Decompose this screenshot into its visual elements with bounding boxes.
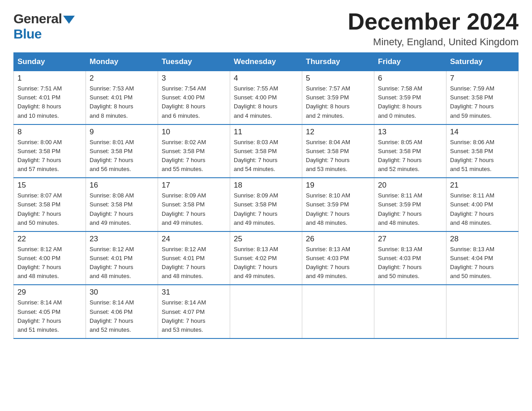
day-info: Sunrise: 8:03 AMSunset: 3:58 PMDaylight:… [234,138,298,174]
day-info: Sunrise: 8:12 AMSunset: 4:00 PMDaylight:… [17,245,82,281]
calendar-header-thursday: Thursday [302,53,374,71]
calendar-cell: 31 Sunrise: 8:14 AMSunset: 4:07 PMDaylig… [158,285,230,338]
calendar-week-row: 22 Sunrise: 8:12 AMSunset: 4:00 PMDaylig… [14,231,519,285]
calendar-cell: 25 Sunrise: 8:13 AMSunset: 4:02 PMDaylig… [230,231,302,285]
day-info: Sunrise: 8:10 AMSunset: 3:59 PMDaylight:… [306,191,370,227]
location-subtitle: Minety, England, United Kingdom [348,36,519,48]
calendar-cell: 14 Sunrise: 8:06 AMSunset: 3:58 PMDaylig… [446,124,519,178]
day-number: 27 [378,235,442,244]
logo-triangle-icon [63,16,75,24]
day-number: 2 [90,74,154,83]
day-info: Sunrise: 7:59 AMSunset: 3:58 PMDaylight:… [450,84,515,120]
calendar-cell: 11 Sunrise: 8:03 AMSunset: 3:58 PMDaylig… [230,124,302,178]
calendar-table: SundayMondayTuesdayWednesdayThursdayFrid… [13,52,519,339]
calendar-cell: 19 Sunrise: 8:10 AMSunset: 3:59 PMDaylig… [302,178,374,231]
day-number: 5 [306,74,370,83]
day-number: 3 [162,74,226,83]
day-info: Sunrise: 8:14 AMSunset: 4:07 PMDaylight:… [162,298,226,334]
day-number: 19 [306,181,370,190]
day-info: Sunrise: 8:13 AMSunset: 4:02 PMDaylight:… [234,245,298,281]
day-number: 17 [162,181,226,190]
calendar-cell: 24 Sunrise: 8:12 AMSunset: 4:01 PMDaylig… [158,231,230,285]
day-info: Sunrise: 7:57 AMSunset: 3:59 PMDaylight:… [306,84,370,120]
day-info: Sunrise: 8:13 AMSunset: 4:03 PMDaylight:… [306,245,370,281]
day-number: 24 [162,235,226,244]
logo-general: General [13,11,62,26]
day-number: 23 [90,235,154,244]
calendar-header-tuesday: Tuesday [158,53,230,71]
calendar-cell: 28 Sunrise: 8:13 AMSunset: 4:04 PMDaylig… [446,231,519,285]
day-number: 14 [450,128,515,137]
day-info: Sunrise: 8:12 AMSunset: 4:01 PMDaylight:… [90,245,154,281]
day-info: Sunrise: 8:02 AMSunset: 3:58 PMDaylight:… [162,138,226,174]
day-number: 4 [234,74,298,83]
calendar-cell: 10 Sunrise: 8:02 AMSunset: 3:58 PMDaylig… [158,124,230,178]
day-number: 10 [162,128,226,137]
day-number: 28 [450,235,515,244]
day-info: Sunrise: 8:09 AMSunset: 3:58 PMDaylight:… [162,191,226,227]
day-info: Sunrise: 7:54 AMSunset: 4:00 PMDaylight:… [162,84,226,120]
calendar-week-row: 8 Sunrise: 8:00 AMSunset: 3:58 PMDayligh… [14,124,519,178]
day-info: Sunrise: 8:01 AMSunset: 3:58 PMDaylight:… [90,138,154,174]
logo-blue: Blue [13,26,42,41]
day-info: Sunrise: 8:07 AMSunset: 3:58 PMDaylight:… [17,191,82,227]
day-number: 12 [306,128,370,137]
calendar-cell: 22 Sunrise: 8:12 AMSunset: 4:00 PMDaylig… [14,231,86,285]
day-info: Sunrise: 8:05 AMSunset: 3:58 PMDaylight:… [378,138,442,174]
day-info: Sunrise: 8:06 AMSunset: 3:58 PMDaylight:… [450,138,515,174]
calendar-header-row: SundayMondayTuesdayWednesdayThursdayFrid… [14,53,519,71]
calendar-cell: 23 Sunrise: 8:12 AMSunset: 4:01 PMDaylig… [86,231,158,285]
calendar-header-saturday: Saturday [446,53,519,71]
day-number: 15 [17,181,82,190]
day-number: 16 [90,181,154,190]
calendar-cell: 27 Sunrise: 8:13 AMSunset: 4:03 PMDaylig… [374,231,446,285]
calendar-cell [374,285,446,338]
day-number: 1 [17,74,82,83]
title-area: December 2024 Minety, England, United Ki… [348,9,519,48]
day-number: 31 [162,288,226,297]
day-info: Sunrise: 8:11 AMSunset: 4:00 PMDaylight:… [450,191,515,227]
calendar-week-row: 1 Sunrise: 7:51 AMSunset: 4:01 PMDayligh… [14,71,519,124]
day-number: 26 [306,235,370,244]
calendar-header-monday: Monday [86,53,158,71]
day-number: 22 [17,235,82,244]
calendar-cell [230,285,302,338]
calendar-cell: 3 Sunrise: 7:54 AMSunset: 4:00 PMDayligh… [158,71,230,124]
calendar-header-friday: Friday [374,53,446,71]
calendar-header-wednesday: Wednesday [230,53,302,71]
calendar-cell: 18 Sunrise: 8:09 AMSunset: 3:58 PMDaylig… [230,178,302,231]
calendar-cell: 30 Sunrise: 8:14 AMSunset: 4:06 PMDaylig… [86,285,158,338]
calendar-cell: 29 Sunrise: 8:14 AMSunset: 4:05 PMDaylig… [14,285,86,338]
logo: General Blue [13,9,75,42]
calendar-cell: 4 Sunrise: 7:55 AMSunset: 4:00 PMDayligh… [230,71,302,124]
day-info: Sunrise: 8:04 AMSunset: 3:58 PMDaylight:… [306,138,370,174]
calendar-cell: 5 Sunrise: 7:57 AMSunset: 3:59 PMDayligh… [302,71,374,124]
calendar-cell: 12 Sunrise: 8:04 AMSunset: 3:58 PMDaylig… [302,124,374,178]
calendar-cell: 2 Sunrise: 7:53 AMSunset: 4:01 PMDayligh… [86,71,158,124]
day-number: 21 [450,181,515,190]
day-info: Sunrise: 8:14 AMSunset: 4:05 PMDaylight:… [17,298,82,334]
day-info: Sunrise: 7:53 AMSunset: 4:01 PMDaylight:… [90,84,154,120]
day-info: Sunrise: 8:00 AMSunset: 3:58 PMDaylight:… [17,138,82,174]
calendar-cell: 16 Sunrise: 8:08 AMSunset: 3:58 PMDaylig… [86,178,158,231]
day-info: Sunrise: 8:11 AMSunset: 3:59 PMDaylight:… [378,191,442,227]
day-info: Sunrise: 8:13 AMSunset: 4:04 PMDaylight:… [450,245,515,281]
calendar-cell: 26 Sunrise: 8:13 AMSunset: 4:03 PMDaylig… [302,231,374,285]
day-info: Sunrise: 8:13 AMSunset: 4:03 PMDaylight:… [378,245,442,281]
page-header: General Blue December 2024 Minety, Engla… [13,9,519,48]
calendar-cell: 7 Sunrise: 7:59 AMSunset: 3:58 PMDayligh… [446,71,519,124]
day-number: 20 [378,181,442,190]
calendar-cell: 17 Sunrise: 8:09 AMSunset: 3:58 PMDaylig… [158,178,230,231]
day-number: 7 [450,74,515,83]
day-info: Sunrise: 7:58 AMSunset: 3:59 PMDaylight:… [378,84,442,120]
day-number: 29 [17,288,82,297]
day-info: Sunrise: 8:09 AMSunset: 3:58 PMDaylight:… [234,191,298,227]
day-info: Sunrise: 8:12 AMSunset: 4:01 PMDaylight:… [162,245,226,281]
day-number: 30 [90,288,154,297]
day-number: 6 [378,74,442,83]
calendar-cell [302,285,374,338]
calendar-cell: 8 Sunrise: 8:00 AMSunset: 3:58 PMDayligh… [14,124,86,178]
calendar-header-sunday: Sunday [14,53,86,71]
day-number: 25 [234,235,298,244]
calendar-cell: 13 Sunrise: 8:05 AMSunset: 3:58 PMDaylig… [374,124,446,178]
